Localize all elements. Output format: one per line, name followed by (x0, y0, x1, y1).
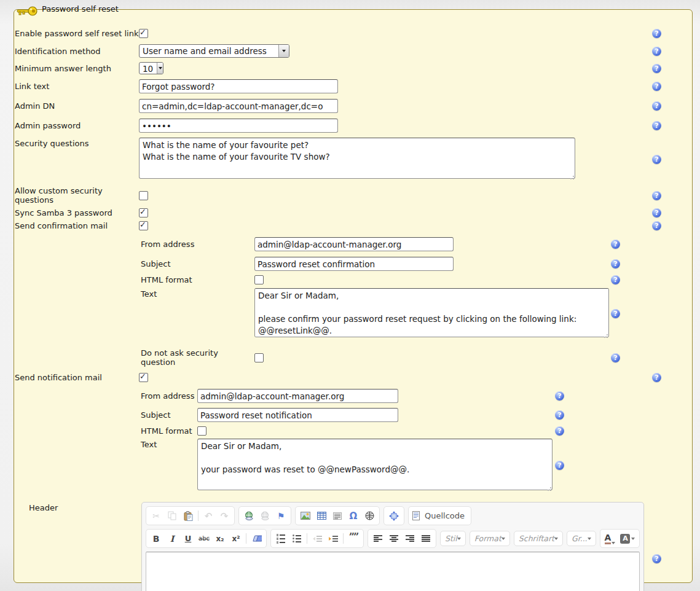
align-center-icon[interactable] (387, 531, 401, 546)
enable-self-reset-checkbox[interactable] (139, 29, 148, 38)
key-icon (17, 5, 37, 19)
security-questions-textarea[interactable]: What is the name of your favourite pet? … (139, 138, 575, 179)
font-dropdown[interactable]: Schriftart (514, 531, 563, 546)
help-icon[interactable]: ? (652, 155, 661, 164)
help-icon[interactable]: ? (652, 29, 661, 38)
strikethrough-icon[interactable]: abc (197, 531, 211, 546)
blockquote-icon[interactable]: ”” (346, 530, 361, 548)
redo-icon[interactable]: ↷ (217, 509, 232, 523)
special-character-icon[interactable]: Ω (346, 509, 361, 523)
help-icon[interactable]: ? (611, 309, 620, 318)
help-icon[interactable]: ? (611, 275, 620, 284)
notification-html-format-label: HTML format (141, 426, 197, 436)
help-icon[interactable]: ? (555, 426, 564, 436)
allow-custom-questions-label: Allow custom security questions (15, 186, 139, 205)
notification-subject-input[interactable] (197, 408, 398, 422)
div-container-icon[interactable] (330, 509, 345, 523)
maximize-group (383, 506, 404, 525)
row-notification-from-address: From address ? (15, 389, 692, 403)
help-icon[interactable]: ? (652, 47, 661, 56)
notification-text-textarea[interactable]: Dear Sir or Madam, your password was res… (197, 439, 553, 490)
help-icon[interactable]: ? (652, 101, 661, 111)
text-color-button[interactable]: A (603, 533, 618, 544)
align-left-icon[interactable] (371, 531, 385, 546)
source-group: Quellcode (408, 506, 471, 525)
send-confirmation-mail-checkbox[interactable] (139, 221, 148, 230)
help-icon[interactable]: ? (652, 191, 661, 200)
row-send-notification-mail: Send notification mail ? (15, 373, 692, 382)
editor-content-area[interactable] (146, 552, 640, 591)
help-icon[interactable]: ? (555, 410, 564, 420)
confirmation-text-label: Text (141, 288, 254, 299)
do-not-ask-security-question-checkbox[interactable] (254, 353, 264, 362)
copy-icon[interactable] (165, 509, 179, 523)
allow-custom-questions-checkbox[interactable] (139, 191, 148, 200)
align-justify-icon[interactable] (419, 531, 433, 546)
help-icon[interactable]: ? (611, 259, 620, 268)
help-icon[interactable]: ? (611, 353, 620, 362)
undo-icon[interactable]: ↶ (201, 509, 216, 523)
identification-method-value: User name and email address (140, 45, 278, 57)
unlink-icon[interactable] (258, 509, 272, 523)
toolbar-separator (198, 511, 199, 521)
image-icon[interactable] (298, 509, 313, 523)
paste-icon[interactable] (181, 509, 195, 523)
row-notification-text: Text Dear Sir or Madam, your password wa… (15, 439, 692, 492)
send-notification-mail-checkbox[interactable] (139, 373, 148, 382)
underline-icon[interactable]: U (181, 531, 195, 546)
background-color-letter: A (620, 534, 630, 544)
confirmation-text-textarea[interactable]: Dear Sir or Madam, please confirm your p… (254, 288, 609, 337)
select-arrow-button[interactable] (157, 63, 163, 74)
styles-dropdown[interactable]: Stil (440, 531, 466, 546)
help-icon[interactable]: ? (555, 391, 564, 401)
caret-down-icon (501, 538, 505, 540)
minimum-answer-length-select[interactable]: 10 (139, 62, 163, 74)
help-icon[interactable]: ? (652, 64, 661, 73)
source-code-label[interactable]: Quellcode (422, 511, 468, 520)
help-icon[interactable]: ? (611, 240, 620, 249)
table-icon[interactable] (314, 509, 329, 523)
identification-method-label: Identification method (15, 47, 139, 56)
remove-format-icon[interactable] (249, 531, 264, 546)
link-icon[interactable] (242, 509, 256, 523)
italic-icon[interactable]: I (165, 531, 179, 546)
confirmation-subject-input[interactable] (254, 257, 454, 271)
background-color-button[interactable]: A (618, 534, 637, 544)
admin-dn-input[interactable] (139, 99, 338, 113)
select-arrow-button[interactable] (278, 45, 289, 57)
row-confirmation-text: Text Dear Sir or Madam, please confirm y… (15, 288, 692, 339)
superscript-icon[interactable]: x² (229, 531, 243, 546)
identification-method-select[interactable]: User name and email address (139, 44, 289, 58)
security-questions-label: Security questions (15, 138, 139, 148)
iframe-globe-icon[interactable] (362, 509, 377, 523)
help-icon[interactable]: ? (555, 461, 564, 470)
notification-from-address-input[interactable] (197, 389, 398, 403)
row-notification-html-format: HTML format ? (15, 426, 692, 436)
format-dropdown[interactable]: Format (470, 531, 510, 546)
indent-icon[interactable] (326, 531, 340, 546)
admin-password-input[interactable] (139, 119, 338, 133)
font-size-dropdown[interactable]: Gr... (567, 531, 596, 546)
source-code-icon[interactable] (411, 509, 421, 523)
help-icon[interactable]: ? (652, 121, 661, 130)
notification-html-format-checkbox[interactable] (197, 426, 206, 436)
help-icon[interactable]: ? (652, 554, 661, 563)
outdent-icon[interactable] (310, 531, 324, 546)
confirmation-html-format-checkbox[interactable] (254, 275, 264, 284)
maximize-icon[interactable] (387, 509, 401, 523)
sync-samba-password-checkbox[interactable] (139, 208, 148, 217)
anchor-icon[interactable]: ⚑ (273, 509, 288, 523)
subscript-icon[interactable]: x₂ (213, 531, 227, 546)
bullet-list-icon[interactable] (289, 531, 304, 546)
help-icon[interactable]: ? (652, 221, 661, 230)
align-right-icon[interactable] (403, 531, 417, 546)
chevron-down-icon (282, 50, 286, 52)
numbered-list-icon[interactable] (273, 531, 288, 546)
bold-icon[interactable]: B (149, 531, 163, 546)
confirmation-from-address-input[interactable] (254, 237, 454, 251)
cut-icon[interactable]: ✂ (149, 509, 163, 523)
help-icon[interactable]: ? (652, 208, 661, 217)
help-icon[interactable]: ? (652, 373, 661, 382)
link-text-input[interactable] (139, 79, 338, 93)
help-icon[interactable]: ? (652, 82, 661, 91)
